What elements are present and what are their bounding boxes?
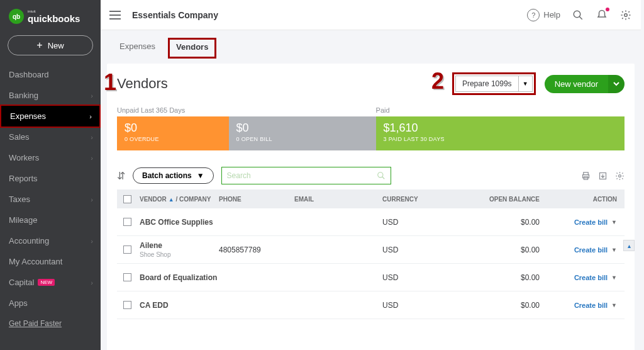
sidebar-item-label: Apps <box>9 298 28 308</box>
vendor-currency: USD <box>382 273 458 282</box>
sort-icon[interactable]: ⇵ <box>117 170 125 182</box>
new-vendor-group: New vendor <box>545 75 625 93</box>
sidebar-item-dashboard[interactable]: Dashboard <box>0 64 101 85</box>
table-row[interactable]: CA EDDUSD$0.00Create bill ▼ <box>117 291 625 319</box>
vendor-phone: 4805857789 <box>219 246 294 254</box>
sidebar-item-label: Accounting <box>9 236 49 246</box>
svg-line-1 <box>579 16 582 20</box>
qb-icon <box>9 9 24 24</box>
vendor-name: ABC Office Supplies <box>140 218 219 227</box>
table-toolbar: ⇵ Batch actions ▼ <box>117 167 625 184</box>
vendor-balance: $0.00 <box>458 246 546 254</box>
sidebar-item-label: Banking <box>9 91 38 100</box>
chevron-down-icon: ▼ <box>197 171 204 180</box>
collapse-arrow[interactable]: ▴ <box>623 240 635 251</box>
create-bill-link[interactable]: Create bill ▼ <box>574 274 617 281</box>
chevron-right-icon: › <box>91 92 93 99</box>
create-bill-link[interactable]: Create bill ▼ <box>574 218 617 226</box>
paid-bar[interactable]: $1,610 3 PAID LAST 30 DAYS <box>376 116 625 150</box>
sidebar-item-reports[interactable]: Reports <box>0 168 101 189</box>
paid-sub: 3 PAID LAST 30 DAYS <box>384 136 617 142</box>
col-email-header[interactable]: EMAIL <box>294 196 382 203</box>
sort-asc-icon: ▲ <box>169 196 174 203</box>
select-all-checkbox[interactable] <box>123 195 131 203</box>
col-action-header: ACTION <box>546 196 625 203</box>
col-currency-header[interactable]: CURRENCY <box>382 196 458 203</box>
vendor-company: Shoe Shop <box>140 251 219 258</box>
brand-intuit: intuit <box>28 9 80 13</box>
table-row[interactable]: AileneShoe Shop4805857789USD$0.00Create … <box>117 236 625 264</box>
create-bill-link[interactable]: Create bill ▼ <box>574 246 617 254</box>
overdue-bar[interactable]: $0 0 OVERDUE <box>117 116 229 150</box>
search-wrap <box>221 167 391 184</box>
sidebar-item-accounting[interactable]: Accounting› <box>0 230 101 251</box>
chevron-right-icon: › <box>91 279 93 286</box>
search-field-icon[interactable] <box>377 171 386 180</box>
print-icon[interactable] <box>581 171 591 181</box>
chevron-right-icon: › <box>91 237 93 245</box>
prepare-1099s-caret[interactable]: ▼ <box>519 76 533 92</box>
sidebar-item-label: Taxes <box>9 195 30 204</box>
col-vendor-header[interactable]: VENDOR▲ / COMPANY <box>137 196 219 203</box>
new-vendor-button[interactable]: New vendor <box>545 75 608 93</box>
chevron-down-icon: ▼ <box>611 219 617 225</box>
chevron-down-icon: ▼ <box>611 274 617 281</box>
chevron-right-icon: › <box>89 113 92 120</box>
table-row[interactable]: ABC Office SuppliesUSD$0.00Create bill ▼ <box>117 208 625 236</box>
sidebar-item-label: Workers <box>9 153 39 162</box>
sidebar-item-apps[interactable]: Apps <box>0 293 101 313</box>
brand-logo[interactable]: intuit quickbooks <box>0 0 101 33</box>
page-title: Vendors <box>117 76 168 92</box>
sidebar-item-my-accountant[interactable]: My Accountant <box>0 251 101 272</box>
hamburger-icon[interactable] <box>109 11 121 20</box>
notification-dot <box>606 8 609 11</box>
create-bill-link[interactable]: Create bill ▼ <box>574 302 617 309</box>
row-checkbox[interactable] <box>123 218 131 226</box>
prepare-1099s-button[interactable]: Prepare 1099s <box>455 76 519 92</box>
sidebar-item-capital[interactable]: CapitalNEW› <box>0 272 101 293</box>
new-badge: NEW <box>38 279 55 286</box>
help-button[interactable]: ? Help <box>527 9 560 21</box>
vendors-page: Vendors Prepare 1099s ▼ New vendor Unpai… <box>107 64 635 350</box>
notifications-icon[interactable] <box>596 9 608 21</box>
tab-vendors[interactable]: Vendors <box>168 38 216 59</box>
top-header: Essentials Company ? Help <box>101 0 641 30</box>
openbill-bar[interactable]: $0 0 OPEN BILL <box>229 116 376 150</box>
vendor-name: Board of Equalization <box>140 273 219 282</box>
batch-actions-button[interactable]: Batch actions ▼ <box>133 167 214 184</box>
new-vendor-caret[interactable] <box>608 75 625 93</box>
chevron-down-icon: ▼ <box>611 247 617 253</box>
sidebar-item-mileage[interactable]: Mileage <box>0 210 101 230</box>
export-icon[interactable] <box>598 171 608 181</box>
sidebar-item-label: My Accountant <box>9 257 62 266</box>
sidebar-item-label: Sales <box>9 132 30 142</box>
sidebar-item-label: Expenses <box>10 111 46 121</box>
vendor-currency: USD <box>382 218 458 227</box>
brand-name: quickbooks <box>28 13 80 24</box>
settings-icon[interactable] <box>615 171 625 181</box>
row-checkbox[interactable] <box>123 301 131 309</box>
tab-expenses[interactable]: Expenses <box>112 38 163 59</box>
col-balance-header[interactable]: OPEN BALANCE <box>458 196 546 203</box>
table-row[interactable]: Board of EqualizationUSD$0.00Create bill… <box>117 264 625 291</box>
openbill-amount: $0 <box>236 121 369 135</box>
vendor-balance: $0.00 <box>458 301 546 310</box>
table-header: VENDOR▲ / COMPANY PHONE EMAIL CURRENCY O… <box>117 189 625 208</box>
row-checkbox[interactable] <box>123 273 131 281</box>
search-icon[interactable] <box>572 9 584 21</box>
sidebar-item-expenses[interactable]: Expenses› <box>0 104 101 128</box>
batch-actions-label: Batch actions <box>142 171 192 180</box>
get-paid-link[interactable]: Get Paid Faster <box>0 313 101 334</box>
sidebar-item-workers[interactable]: Workers› <box>0 147 101 168</box>
search-input[interactable] <box>227 171 377 180</box>
sidebar-item-banking[interactable]: Banking› <box>0 85 101 106</box>
paid-label: Paid <box>376 106 390 114</box>
gear-icon[interactable] <box>619 9 632 21</box>
sidebar-item-sales[interactable]: Sales› <box>0 127 101 147</box>
col-phone-header[interactable]: PHONE <box>219 196 294 203</box>
prepare-1099s-group: Prepare 1099s ▼ <box>452 72 536 95</box>
sidebar-item-taxes[interactable]: Taxes› <box>0 189 101 210</box>
chevron-down-icon: ▼ <box>611 302 617 308</box>
new-button[interactable]: + New <box>8 35 93 55</box>
row-checkbox[interactable] <box>123 246 131 254</box>
